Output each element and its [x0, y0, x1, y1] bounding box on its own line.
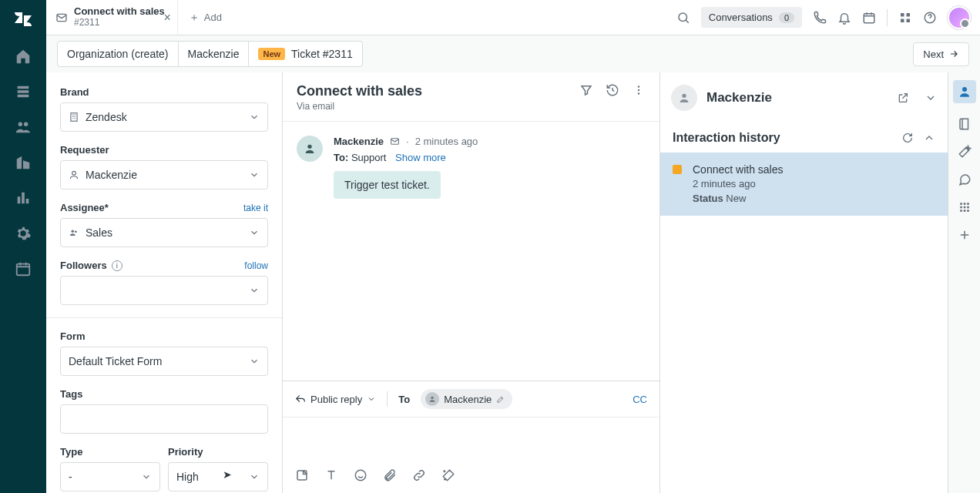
history-status-label: Status: [693, 193, 723, 204]
recipient-pill[interactable]: Mackenzie: [421, 389, 512, 409]
conversations-count: 0: [779, 12, 794, 23]
message-avatar: [297, 136, 323, 162]
breadcrumb-ticket-label: Ticket #2311: [291, 48, 353, 60]
chat-icon[interactable]: [958, 173, 972, 186]
svg-point-14: [638, 89, 639, 91]
magic-icon[interactable]: [441, 468, 455, 482]
tab-ticket[interactable]: Connect with sales #2311 ×: [46, 0, 178, 35]
emoji-icon[interactable]: [354, 468, 368, 482]
help-icon[interactable]: [923, 11, 937, 25]
filter-icon[interactable]: [579, 83, 593, 97]
reply-type-select[interactable]: Public reply: [295, 394, 376, 405]
notifications-icon[interactable]: [837, 11, 851, 25]
type-value: -: [69, 471, 72, 483]
take-it-link[interactable]: take it: [243, 203, 268, 213]
user-avatar[interactable]: [948, 6, 971, 29]
knowledge-icon[interactable]: [958, 117, 972, 131]
composer: Public reply To Mackenzie CC: [283, 381, 659, 493]
chevron-up-icon[interactable]: [923, 132, 935, 144]
compose-note-icon[interactable]: [295, 468, 309, 482]
svg-point-16: [307, 145, 311, 149]
link-icon[interactable]: [412, 468, 426, 482]
field-tags: Tags: [60, 388, 268, 434]
svg-point-31: [967, 210, 969, 212]
history-status-value: New: [726, 193, 746, 204]
add-app-icon[interactable]: [958, 228, 972, 242]
open-external-icon[interactable]: [897, 92, 909, 104]
assignee-select[interactable]: Sales: [60, 218, 268, 247]
info-icon[interactable]: i: [112, 260, 123, 271]
refresh-icon[interactable]: [901, 132, 914, 144]
views-icon[interactable]: [15, 83, 32, 100]
history-icon[interactable]: [606, 83, 619, 97]
divider: [387, 391, 388, 407]
followers-select[interactable]: [60, 276, 268, 305]
form-select[interactable]: Default Ticket Form: [60, 347, 268, 376]
composer-to-label: To: [398, 394, 410, 405]
magic-wand-icon[interactable]: [958, 145, 972, 159]
composer-textarea[interactable]: [283, 418, 659, 462]
breadcrumb-organization[interactable]: Organization (create): [57, 41, 179, 67]
home-icon[interactable]: [15, 48, 32, 65]
message: Mackenzie · 2 minutes ago To: Support Sh…: [283, 122, 659, 213]
svg-point-28: [967, 206, 969, 209]
user-panel-icon[interactable]: [953, 80, 976, 103]
dot-sep: ·: [406, 136, 409, 147]
svg-point-2: [679, 13, 687, 22]
apps-icon[interactable]: [898, 11, 912, 25]
to-value: Support: [351, 152, 387, 163]
follow-link[interactable]: follow: [244, 260, 268, 271]
message-sender: Mackenzie: [334, 136, 384, 147]
cc-button[interactable]: CC: [633, 394, 647, 405]
svg-rect-4: [901, 13, 904, 17]
requester-value: Mackenzie: [86, 169, 137, 181]
priority-select[interactable]: High: [168, 462, 268, 491]
next-button[interactable]: Next: [913, 42, 969, 66]
text-format-icon[interactable]: [324, 468, 338, 482]
right-rail: [948, 72, 980, 493]
main-area: Connect with sales #2311 × ＋ Add Convers…: [46, 0, 980, 493]
svg-point-23: [960, 203, 962, 205]
svg-rect-5: [907, 13, 911, 17]
chevron-down-icon: [249, 169, 260, 180]
svg-rect-9: [71, 113, 77, 122]
calendar-icon[interactable]: [862, 11, 876, 25]
breadcrumb-user[interactable]: Mackenzie: [179, 41, 250, 67]
chevron-down-icon[interactable]: [925, 92, 937, 104]
svg-rect-3: [864, 13, 874, 22]
brand-select[interactable]: Zendesk: [60, 102, 268, 132]
requester-select[interactable]: Mackenzie: [60, 160, 268, 189]
svg-point-12: [75, 230, 77, 233]
person-icon: [425, 392, 439, 406]
message-time: 2 minutes ago: [415, 136, 478, 147]
svg-point-10: [72, 171, 76, 175]
conversations-button[interactable]: Conversations 0: [701, 7, 802, 28]
person-icon: [69, 169, 79, 180]
recipient-name: Mackenzie: [444, 394, 492, 405]
show-more-link[interactable]: Show more: [395, 152, 446, 163]
breadcrumb-ticket[interactable]: New Ticket #2311: [249, 41, 362, 67]
svg-rect-6: [901, 18, 904, 22]
add-tab[interactable]: ＋ Add: [178, 11, 233, 25]
svg-point-26: [960, 206, 962, 209]
requester-name: Mackenzie: [706, 90, 888, 106]
organizations-icon[interactable]: [15, 154, 32, 171]
reporting-icon[interactable]: [15, 189, 32, 206]
followers-label: Followers i: [60, 260, 123, 271]
attachment-icon[interactable]: [383, 468, 397, 482]
more-icon[interactable]: [632, 83, 646, 97]
close-tab-icon[interactable]: ×: [163, 11, 170, 25]
search-icon[interactable]: [676, 11, 690, 25]
admin-icon[interactable]: [15, 225, 32, 242]
phone-icon[interactable]: [813, 11, 827, 25]
reply-icon: [295, 394, 306, 404]
customers-icon[interactable]: [15, 119, 32, 136]
tags-input[interactable]: [60, 404, 268, 434]
context-panel: Mackenzie Interaction history Connect wi…: [660, 72, 948, 493]
breadcrumb-bar: Organization (create) Mackenzie New Tick…: [46, 35, 980, 72]
calendar-nav-icon[interactable]: [15, 260, 32, 277]
chevron-down-icon: [249, 356, 260, 367]
history-item[interactable]: Connect with sales 2 minutes ago Status …: [660, 153, 948, 216]
apps-grid-icon[interactable]: [958, 200, 972, 214]
type-select[interactable]: -: [60, 462, 160, 491]
